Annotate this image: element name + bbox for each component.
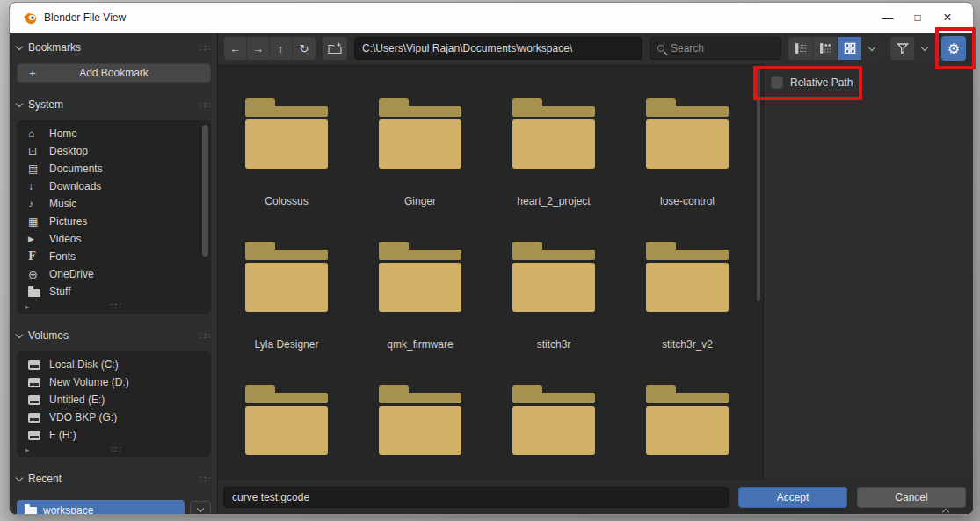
annotation-box-relative-path	[753, 66, 862, 100]
path-input[interactable]: C:\Users\Vipul Rajan\Documents\workspace…	[354, 37, 642, 60]
item-label: Music	[49, 198, 76, 210]
pictures-icon: ▦	[28, 215, 46, 228]
chevron-down-icon	[868, 43, 875, 50]
volumes-list: Local Disk (C:) New Volume (D:) Untitled…	[17, 351, 211, 457]
recent-panel-header[interactable]: Recent ∷∷	[17, 470, 211, 488]
sidebar-item-vdo-bkp-g[interactable]: VDO BKP (G:)	[17, 409, 211, 426]
collapse-region-button[interactable]	[943, 505, 950, 512]
folder-icon	[243, 239, 330, 315]
folder-item[interactable]: Lyla Designer	[220, 239, 353, 382]
folder-icon	[28, 289, 40, 297]
chevron-down-icon	[197, 505, 204, 512]
search-input[interactable]: Search	[650, 37, 781, 60]
sidebar-item-onedrive[interactable]: ⊕ OneDrive	[17, 265, 211, 283]
expand-triangle-icon[interactable]: ▸	[25, 302, 30, 311]
folder-item[interactable]: heart_2_project	[487, 96, 621, 239]
minimize-button[interactable]: —	[873, 3, 903, 33]
music-icon: ♪	[28, 198, 46, 210]
item-label: F (H:)	[49, 429, 76, 441]
recent-options-button[interactable]	[190, 501, 211, 515]
folder-item[interactable]	[220, 382, 353, 479]
folder-icon	[243, 382, 330, 458]
filter-button[interactable]	[890, 37, 915, 60]
forward-button[interactable]: →	[247, 37, 270, 60]
bookmarks-panel-header[interactable]: Bookmarks ∷∷	[17, 39, 211, 56]
search-placeholder: Search	[671, 42, 704, 54]
folder-icon	[25, 507, 37, 514]
sidebar-item-fonts[interactable]: F Fonts	[17, 248, 211, 265]
sidebar-item-videos[interactable]: ▶ Videos	[17, 230, 211, 248]
grip-icon: ∷∷	[200, 331, 211, 341]
folder-item[interactable]: Ginger	[353, 96, 487, 239]
folder-item[interactable]	[487, 382, 621, 479]
folder-icon	[643, 382, 731, 458]
sidebar-item-stuff[interactable]: Stuff	[17, 283, 211, 300]
sidebar-item-untitled-e[interactable]: Untitled (E:)	[17, 391, 211, 409]
item-label: OneDrive	[49, 268, 94, 280]
grip-icon: ∷∷	[200, 100, 211, 110]
sidebar-item-documents[interactable]: ▤ Documents	[17, 160, 211, 177]
chevron-down-icon	[16, 474, 23, 481]
thumbnail-view-button[interactable]	[838, 37, 862, 60]
vertical-list-view-button[interactable]	[788, 37, 813, 60]
item-label: Documents	[49, 163, 103, 175]
item-label: Home	[49, 127, 77, 140]
sidebar-item-f-h[interactable]: F (H:)	[17, 426, 211, 444]
sidebar-item-downloads[interactable]: ↓ Downloads	[17, 177, 211, 195]
folder-item[interactable]: Colossus	[220, 96, 353, 239]
cancel-button[interactable]: Cancel	[857, 487, 966, 508]
folder-item[interactable]: lose-control	[621, 96, 754, 239]
maximize-button[interactable]: □	[903, 3, 933, 33]
detail-list-view-button[interactable]	[813, 37, 838, 60]
new-folder-button[interactable]	[323, 37, 347, 60]
grip-icon[interactable]: ∷∷	[110, 301, 121, 311]
sidebar-item-new-volume-d[interactable]: New Volume (D:)	[17, 373, 211, 391]
folder-name: stitch3r	[537, 338, 571, 351]
sidebar-item-music[interactable]: ♪ Music	[17, 195, 211, 213]
accept-button[interactable]: Accept	[738, 487, 847, 508]
folder-item[interactable]	[621, 382, 754, 479]
folder-icon	[243, 96, 330, 171]
filename-value: curve test.gcode	[232, 491, 309, 503]
list-footer: ▸ ∷∷	[17, 444, 211, 455]
volumes-panel-header[interactable]: Volumes ∷∷	[17, 327, 211, 344]
display-settings-dropdown[interactable]	[862, 37, 882, 60]
file-area-scrollbar[interactable]	[757, 66, 760, 301]
system-list-scrollbar[interactable]	[202, 125, 208, 257]
folder-name: heart_2_project	[517, 195, 590, 207]
volumes-title: Volumes	[28, 329, 69, 342]
detail-list-icon	[819, 42, 831, 54]
expand-triangle-icon[interactable]: ▸	[25, 445, 30, 454]
recent-item-workspace[interactable]: workspace	[17, 500, 185, 514]
refresh-button[interactable]: ↻	[293, 37, 316, 60]
file-grid: Colossus Ginger heart_2_project los	[220, 96, 758, 479]
sidebar-item-local-disk-c[interactable]: Local Disk (C:)	[17, 356, 211, 373]
path-value: C:\Users\Vipul Rajan\Documents\workspace…	[362, 42, 572, 54]
folder-icon	[510, 239, 598, 315]
folder-item[interactable]: qmk_firmware	[353, 239, 487, 382]
filter-settings-dropdown[interactable]	[915, 37, 934, 60]
sidebar-item-home[interactable]: ⌂ Home	[17, 125, 211, 142]
system-panel-header[interactable]: System ∷∷	[17, 96, 211, 113]
downloads-icon: ↓	[28, 180, 46, 192]
grip-icon[interactable]: ∷∷	[110, 445, 121, 454]
search-icon	[657, 45, 664, 52]
file-list-area: Colossus Ginger heart_2_project los	[218, 64, 763, 479]
sidebar: Bookmarks ∷∷ + Add Bookmark System ∷∷ ⌂ …	[10, 33, 218, 514]
up-directory-button[interactable]: ↑	[270, 37, 293, 60]
onedrive-globe-icon: ⊕	[28, 268, 46, 281]
folder-name: lose-control	[660, 195, 715, 207]
folder-item[interactable]: stitch3r	[487, 239, 621, 382]
folder-item[interactable]	[353, 382, 487, 479]
item-label: Downloads	[49, 180, 101, 192]
sidebar-item-pictures[interactable]: ▦ Pictures	[17, 213, 211, 230]
chevron-down-icon	[16, 42, 23, 49]
system-title: System	[28, 98, 63, 111]
drive-icon	[28, 431, 40, 440]
chevron-down-icon	[921, 43, 928, 50]
filename-input[interactable]: curve test.gcode	[223, 487, 729, 508]
back-button[interactable]: ←	[224, 37, 247, 60]
folder-item[interactable]: stitch3r_v2	[621, 239, 754, 382]
sidebar-item-desktop[interactable]: ⊡ Desktop	[17, 142, 211, 160]
add-bookmark-button[interactable]: + Add Bookmark	[17, 63, 211, 83]
